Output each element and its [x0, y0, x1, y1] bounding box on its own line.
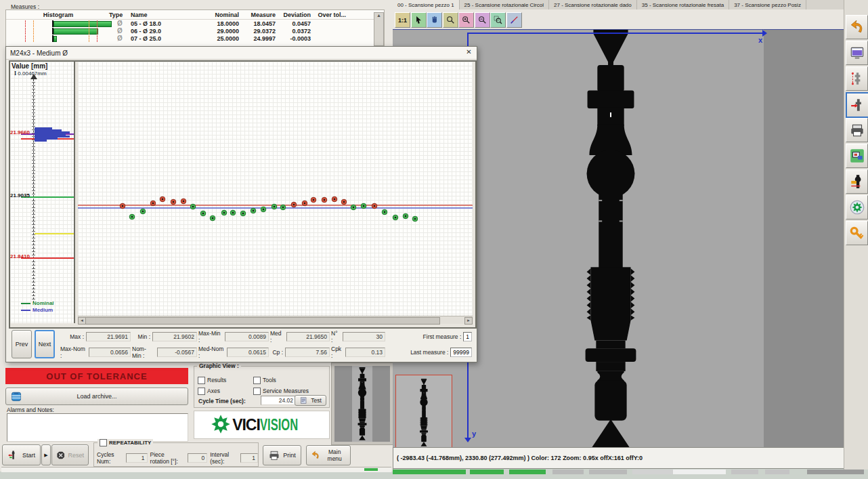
repeatability-checkbox[interactable]: REPEATABILITY: [97, 439, 153, 446]
vicivision-logo: VICI VISION: [194, 411, 330, 439]
save-view-button[interactable]: [846, 144, 868, 168]
measure-name: 07 - Ø 25.0: [131, 35, 209, 42]
table-header-cell[interactable]: Deviation: [280, 12, 315, 18]
graphic-view-checkbox-axes[interactable]: Axes: [198, 386, 253, 396]
next-button[interactable]: Next: [35, 330, 55, 358]
table-header-cell[interactable]: Histogram: [7, 12, 109, 18]
print-button[interactable]: [846, 118, 868, 142]
start-button[interactable]: Start: [2, 444, 41, 465]
graphic-view-checkbox-tools[interactable]: Tools: [253, 375, 325, 386]
display-button[interactable]: [846, 41, 868, 65]
measure-trend-dialog: M24x3 - Medium Ø ✕ Value [mm] I 0.00467m…: [5, 46, 477, 362]
status-segment: [546, 470, 552, 474]
zoom-in-button[interactable]: [458, 12, 474, 28]
status-segment: [765, 470, 789, 474]
cycles-num-value[interactable]: 1: [126, 453, 148, 463]
table-header-cell[interactable]: Over tol...: [315, 12, 350, 18]
table-row[interactable]: Ø 05 - Ø 18.0 18.0000 18.0457 0.0457: [7, 20, 384, 27]
print-button[interactable]: Print: [263, 445, 301, 465]
undo-arrow-button[interactable]: [846, 15, 868, 39]
main-menu-button[interactable]: Main menu: [306, 445, 351, 465]
vici-star-button[interactable]: [846, 195, 868, 220]
tailstock-button[interactable]: [846, 169, 868, 194]
scan-tab[interactable]: 00 - Scansione pezzo 1: [393, 0, 460, 9]
program-path-button[interactable]: [846, 66, 868, 91]
stat-value: 0.13: [345, 348, 385, 357]
status-segment: [584, 470, 589, 474]
chart-horizontal-scrollbar[interactable]: ◄►: [78, 316, 473, 324]
tolerance-line: [35, 233, 74, 234]
table-row[interactable]: Ø 06 - Ø 29.0 29.0000 29.0372 0.0372: [7, 27, 384, 35]
close-icon[interactable]: ✕: [464, 48, 474, 58]
trend-chart: [78, 62, 473, 316]
reset-button[interactable]: Reset: [51, 444, 89, 465]
graphic-view-checkbox-results[interactable]: Results: [198, 375, 253, 386]
scan-tab[interactable]: 35 - Scansione rotazionale fresata: [637, 0, 729, 9]
side-toolbar: [844, 0, 868, 470]
piece-rotation-value[interactable]: 0: [188, 453, 207, 463]
stat-label: Max-Nom :: [60, 346, 87, 359]
status-segment: [864, 470, 868, 474]
stat-cell: Med-Nom : 0.0615: [198, 344, 270, 360]
stat-value[interactable]: 99999: [450, 348, 472, 357]
table-header-cell[interactable]: Nominal: [209, 12, 243, 18]
status-segment: [726, 470, 731, 474]
diameter-type-icon: Ø: [109, 27, 131, 35]
status-segment: [552, 470, 584, 474]
zoom-button[interactable]: [443, 12, 458, 28]
dialog-title: M24x3 - Medium Ø: [6, 47, 477, 60]
measure-line-button[interactable]: [506, 12, 522, 28]
stat-cell: N° : 30: [331, 329, 387, 344]
table-header-cell[interactable]: Measure: [243, 12, 280, 18]
stat-cell: First measure : 1: [387, 329, 473, 344]
checkbox-icon[interactable]: [253, 388, 261, 395]
status-segment: [789, 470, 807, 474]
stat-value: 0.0089: [225, 332, 269, 341]
scan-tab[interactable]: 25 - Scansione rotazionale Circol: [460, 0, 549, 9]
histogram-cell: [7, 35, 106, 42]
navigator-thumbnail[interactable]: [395, 375, 452, 448]
status-segment: [731, 470, 758, 474]
checkbox-icon[interactable]: [198, 388, 205, 395]
axis-title: Value [mm]: [12, 62, 47, 70]
stat-cell: Nom-Min : -0.0567: [132, 344, 198, 360]
zoom-out-button[interactable]: [475, 12, 490, 28]
test-icon: [299, 396, 308, 405]
checkbox-icon[interactable]: [100, 439, 107, 446]
start-dropdown-button[interactable]: ▶: [41, 444, 51, 465]
status-segment: [509, 470, 546, 474]
table-header-cell[interactable]: Type: [109, 12, 131, 18]
y-axis-label: y: [472, 430, 476, 438]
stat-label: First measure :: [423, 333, 462, 340]
deviation-value: 0.0372: [280, 28, 315, 35]
stat-value[interactable]: 1: [463, 332, 472, 341]
actual-size-button[interactable]: 1:1: [395, 12, 410, 28]
scan-tab[interactable]: 37 - Scansione pezzo Posiz: [729, 0, 806, 9]
table-header-cell[interactable]: Name: [131, 12, 209, 18]
zoom-window-button[interactable]: [490, 12, 506, 28]
part-silhouette: [570, 29, 651, 448]
y-axis-arrow: [464, 438, 471, 442]
printer-icon: [268, 449, 280, 461]
measure-part-button[interactable]: [846, 92, 868, 118]
hand-button[interactable]: [427, 12, 442, 28]
checkbox-icon[interactable]: [253, 377, 261, 384]
stat-value: 21.9650: [286, 332, 330, 341]
stat-label: Cpk :: [331, 346, 343, 359]
table-scrollbar[interactable]: ▲: [374, 12, 384, 46]
load-archive-button[interactable]: Load archive...: [5, 388, 188, 405]
alarms-input[interactable]: [7, 413, 188, 442]
x-axis-label: x: [758, 36, 762, 44]
stat-cell: Cp : 7.56: [270, 344, 331, 360]
key-button[interactable]: [846, 221, 868, 245]
stat-value: 0.0656: [89, 348, 131, 357]
checkbox-icon[interactable]: [198, 377, 205, 384]
cursor-button[interactable]: [411, 12, 427, 28]
status-segment: [758, 470, 765, 474]
prev-button[interactable]: Prev: [12, 330, 32, 358]
interval-value[interactable]: 1: [240, 453, 258, 463]
test-button[interactable]: Test: [295, 395, 326, 406]
scan-tab[interactable]: 27 - Scansione rotazionale dado: [549, 0, 637, 9]
table-row[interactable]: Ø 07 - Ø 25.0 25.0000 24.9997 -0.0003: [7, 35, 384, 42]
stat-cell: Max : 21.9691: [60, 329, 132, 344]
